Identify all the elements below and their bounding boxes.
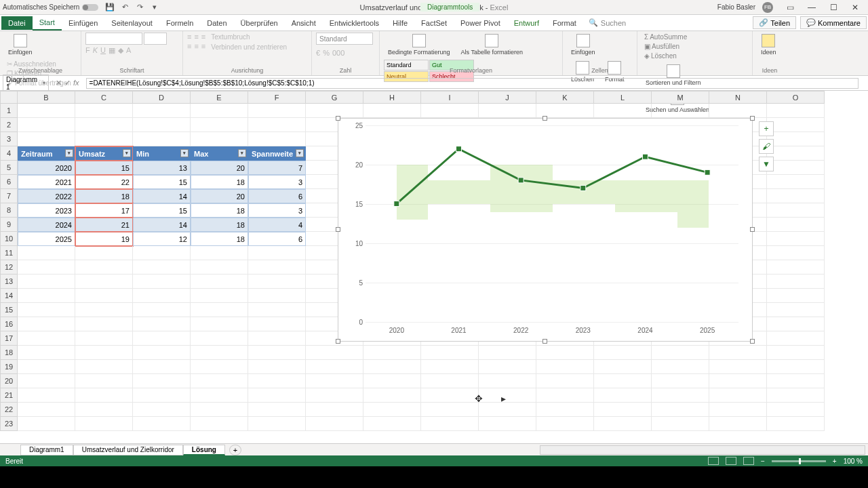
tab-formulas[interactable]: Formeln xyxy=(159,16,200,30)
cell-L18[interactable] xyxy=(594,346,652,360)
cell-E18[interactable] xyxy=(191,346,248,360)
cell-D5[interactable]: 13 xyxy=(133,161,191,175)
cell-D20[interactable] xyxy=(133,374,191,388)
cell-O5[interactable] xyxy=(767,161,825,175)
chart-styles-button[interactable]: 🖌 xyxy=(759,139,774,154)
underline-button[interactable]: U xyxy=(100,46,106,55)
zoom-out-icon[interactable]: − xyxy=(761,458,765,465)
cell-C15[interactable] xyxy=(75,303,133,317)
cond-format-button[interactable]: Bedingte Formatierung xyxy=(384,33,454,57)
cell-E4[interactable]: Max▾ xyxy=(191,146,248,161)
cell-E11[interactable] xyxy=(191,246,248,260)
italic-button[interactable]: K xyxy=(93,46,98,55)
resize-handle-se[interactable] xyxy=(750,339,755,344)
cell-F17[interactable] xyxy=(248,331,306,346)
cell-C21[interactable] xyxy=(75,388,133,403)
row-header-2[interactable]: 2 xyxy=(0,118,18,132)
cell-O10[interactable] xyxy=(767,232,825,246)
cell-D1[interactable] xyxy=(133,104,191,118)
cell-M19[interactable] xyxy=(652,360,709,374)
filter-icon[interactable]: ▾ xyxy=(123,149,131,157)
cell-C23[interactable] xyxy=(75,417,133,431)
cell-C8[interactable]: 17 xyxy=(75,203,133,218)
cell-N18[interactable] xyxy=(709,346,767,360)
cell-O21[interactable] xyxy=(767,388,825,403)
cell-N23[interactable] xyxy=(709,417,767,431)
user-avatar[interactable]: FB xyxy=(762,2,773,13)
row-header-5[interactable]: 5 xyxy=(0,161,18,175)
resize-handle-e[interactable] xyxy=(750,227,755,232)
filter-icon[interactable]: ▾ xyxy=(238,149,246,157)
cell-O9[interactable] xyxy=(767,218,825,232)
cell-F10[interactable]: 6 xyxy=(248,232,306,246)
cell-F15[interactable] xyxy=(248,303,306,317)
cell-M18[interactable] xyxy=(652,346,709,360)
col-header-M[interactable]: M xyxy=(652,91,709,104)
cell-C12[interactable] xyxy=(75,260,133,274)
cell-J23[interactable] xyxy=(479,417,536,431)
row-header-19[interactable]: 19 xyxy=(0,360,18,374)
chart-elements-button[interactable]: + xyxy=(759,121,774,136)
search-field[interactable]: 🔍 Suchen xyxy=(589,18,626,27)
cell-F11[interactable] xyxy=(248,246,306,260)
font-combo[interactable] xyxy=(85,33,142,45)
cell-O8[interactable] xyxy=(767,203,825,218)
tab-file[interactable]: Datei xyxy=(1,16,33,30)
row-header-3[interactable]: 3 xyxy=(0,132,18,146)
cell-K22[interactable] xyxy=(536,403,594,417)
cell-F7[interactable]: 6 xyxy=(248,189,306,203)
insert-cells-button[interactable]: Einfügen xyxy=(567,33,599,57)
cell-D19[interactable] xyxy=(133,360,191,374)
cell-N19[interactable] xyxy=(709,360,767,374)
fill-color-button[interactable]: ◆ xyxy=(118,46,123,55)
cell-B8[interactable]: 2023 xyxy=(18,203,75,218)
cell-E1[interactable] xyxy=(191,104,248,118)
cell-B11[interactable] xyxy=(18,246,75,260)
wrap-text-button[interactable]: Textumbruch xyxy=(208,33,290,41)
cell-D23[interactable] xyxy=(133,417,191,431)
cell-D16[interactable] xyxy=(133,317,191,331)
cell-E19[interactable] xyxy=(191,360,248,374)
row-header-10[interactable]: 10 xyxy=(0,232,18,246)
cell-H22[interactable] xyxy=(363,403,421,417)
cell-D13[interactable] xyxy=(133,274,191,289)
chart-filter-button[interactable]: ▼ xyxy=(759,157,774,171)
cell-E15[interactable] xyxy=(191,303,248,317)
chart-object[interactable]: + 🖌 ▼ 0510152025 20202021202220232024202… xyxy=(338,118,753,342)
row-header-8[interactable]: 8 xyxy=(0,203,18,218)
cell-O14[interactable] xyxy=(767,289,825,303)
cell-L23[interactable] xyxy=(594,417,652,431)
align-center-icon[interactable]: ≡ xyxy=(194,42,198,50)
cell-O17[interactable] xyxy=(767,331,825,346)
cell-N22[interactable] xyxy=(709,403,767,417)
cell-C4[interactable]: Umsatz▾ xyxy=(75,146,133,161)
cell-F3[interactable] xyxy=(248,132,306,146)
cell-B2[interactable] xyxy=(18,118,75,132)
fx-icon[interactable]: fx xyxy=(73,79,79,87)
cell-E21[interactable] xyxy=(191,388,248,403)
align-right-icon[interactable]: ≡ xyxy=(201,42,205,50)
ribbon-options-icon[interactable]: ▭ xyxy=(780,1,800,14)
row-header-6[interactable]: 6 xyxy=(0,175,18,189)
paste-button[interactable]: Einfügen xyxy=(4,33,37,57)
cell-F21[interactable] xyxy=(248,388,306,403)
zoom-slider[interactable] xyxy=(772,460,826,462)
tab-start[interactable]: Start xyxy=(33,16,62,30)
cell-E6[interactable]: 18 xyxy=(191,175,248,189)
border-button[interactable]: ▦ xyxy=(108,46,115,55)
font-size-combo[interactable] xyxy=(144,33,167,45)
cell-B17[interactable] xyxy=(18,331,75,346)
tab-format[interactable]: Format xyxy=(546,16,583,30)
cell-I19[interactable] xyxy=(421,360,479,374)
cell-J19[interactable] xyxy=(479,360,536,374)
tab-powerpivot[interactable]: Power Pivot xyxy=(454,16,507,30)
cell-H23[interactable] xyxy=(363,417,421,431)
cell-B5[interactable]: 2020 xyxy=(18,161,75,175)
cell-O20[interactable] xyxy=(767,374,825,388)
cell-D11[interactable] xyxy=(133,246,191,260)
sheet-tab-1[interactable]: Umsatzverlauf und Zielkorridor xyxy=(73,445,183,455)
share-button[interactable]: 🔗Teilen xyxy=(753,16,796,29)
cell-L22[interactable] xyxy=(594,403,652,417)
cell-G19[interactable] xyxy=(306,360,363,374)
minimize-icon[interactable]: — xyxy=(802,1,822,14)
